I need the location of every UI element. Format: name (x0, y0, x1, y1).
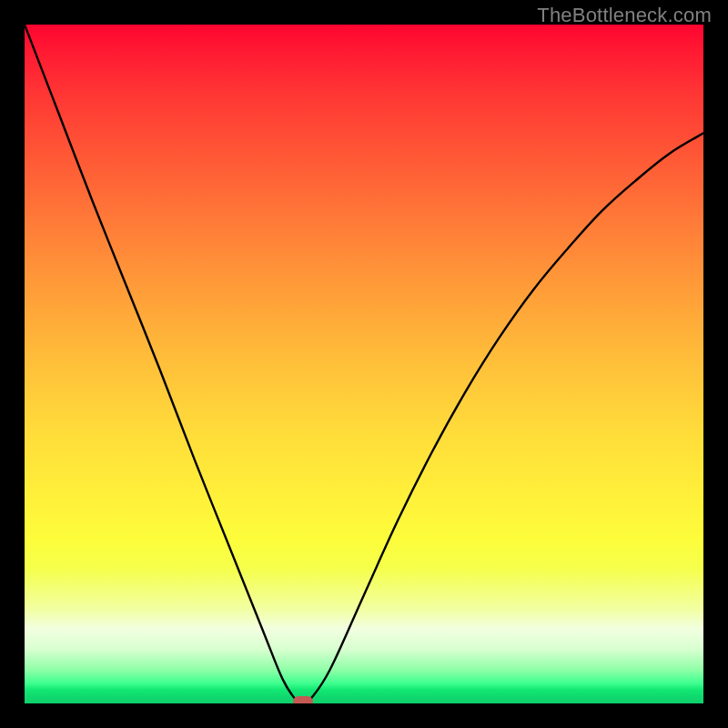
watermark-text: TheBottleneck.com (537, 4, 712, 27)
chart-curve-svg (25, 25, 703, 703)
bottleneck-curve (25, 25, 703, 703)
chart-plot-area (25, 25, 703, 703)
optimum-marker (293, 696, 313, 703)
